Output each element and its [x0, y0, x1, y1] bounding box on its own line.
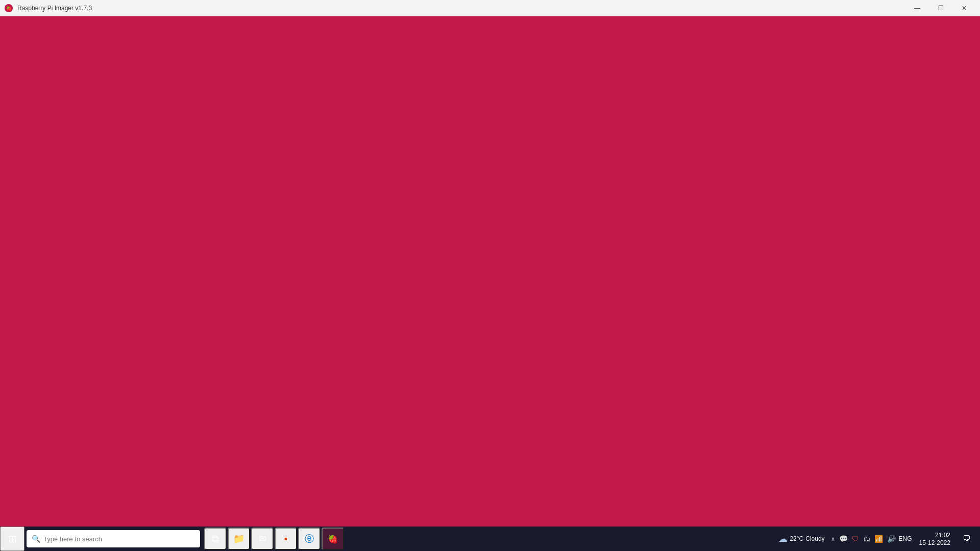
- app-icon: 🍓: [4, 4, 13, 13]
- weather-widget[interactable]: ☁ 22°C Cloudy: [775, 532, 827, 545]
- tray-antivirus-icon[interactable]: 🛡: [852, 535, 859, 543]
- window-close-button[interactable]: ✕: [952, 0, 976, 16]
- taskbar-apps: ⧉ 📁 ✉ ▪ ⓔ 🍓: [204, 528, 344, 550]
- system-tray: ☁ 22°C Cloudy ∧ 💬 🛡 🗂 📶 🔊 ENG 21:02 15-1…: [771, 527, 980, 551]
- tray-speaker-icon[interactable]: 🔊: [887, 535, 896, 543]
- tray-date: 15-12-2022: [919, 539, 950, 546]
- weather-temp: 22°C: [790, 535, 803, 542]
- rpi-imager-button[interactable]: 🍓: [322, 528, 344, 550]
- file-explorer-button[interactable]: 📁: [228, 528, 250, 550]
- tray-icons: ∧ 💬 🛡 🗂 📶 🔊: [831, 535, 896, 543]
- search-input[interactable]: [43, 535, 186, 543]
- tray-meet-icon[interactable]: 💬: [839, 535, 848, 543]
- app-title: Raspberry Pi Imager v1.7.3: [17, 5, 92, 12]
- start-button[interactable]: ⊞: [0, 527, 24, 551]
- search-icon: 🔍: [32, 535, 40, 543]
- tray-clock[interactable]: 21:02 15-12-2022: [915, 531, 954, 547]
- notification-icon: 🗨: [963, 534, 971, 543]
- taskview-icon: ⧉: [212, 533, 219, 545]
- rpi-imager-icon: 🍓: [328, 534, 338, 544]
- tray-language[interactable]: ENG: [899, 535, 912, 542]
- svg-text:🍓: 🍓: [6, 5, 12, 11]
- taskbar-search-box[interactable]: 🔍: [27, 530, 200, 547]
- tray-time: 21:02: [935, 532, 950, 539]
- weather-icon: ☁: [778, 533, 788, 544]
- edge-button[interactable]: ⓔ: [298, 528, 321, 550]
- tray-wifi-icon[interactable]: 📶: [874, 535, 883, 543]
- minimize-button[interactable]: —: [905, 0, 929, 16]
- title-bar: 🍓 Raspberry Pi Imager v1.7.3 — ❐ ✕: [0, 0, 980, 16]
- start-icon: ⊞: [8, 533, 17, 545]
- taskbar: ⊞ 🔍 ⧉ 📁 ✉ ▪ ⓔ 🍓 ☁ 22°C Cloudy ∧: [0, 527, 980, 551]
- mail-button[interactable]: ✉: [251, 528, 274, 550]
- edge-icon: ⓔ: [305, 533, 314, 545]
- mail-icon: ✉: [259, 533, 266, 544]
- rpi-app-background: [0, 16, 980, 527]
- taskview-button[interactable]: ⧉: [204, 528, 227, 550]
- notification-center-button[interactable]: 🗨: [958, 527, 976, 551]
- tray-folder-icon[interactable]: 🗂: [863, 535, 870, 543]
- file-explorer-icon: 📁: [233, 533, 244, 544]
- maximize-button[interactable]: ❐: [929, 0, 952, 16]
- weather-desc: Cloudy: [805, 535, 824, 542]
- title-bar-left: 🍓 Raspberry Pi Imager v1.7.3: [4, 4, 92, 13]
- title-bar-controls: — ❐ ✕: [905, 0, 976, 16]
- office-icon: ▪: [284, 534, 287, 544]
- tray-chevron-icon[interactable]: ∧: [831, 536, 835, 542]
- office-button[interactable]: ▪: [275, 528, 297, 550]
